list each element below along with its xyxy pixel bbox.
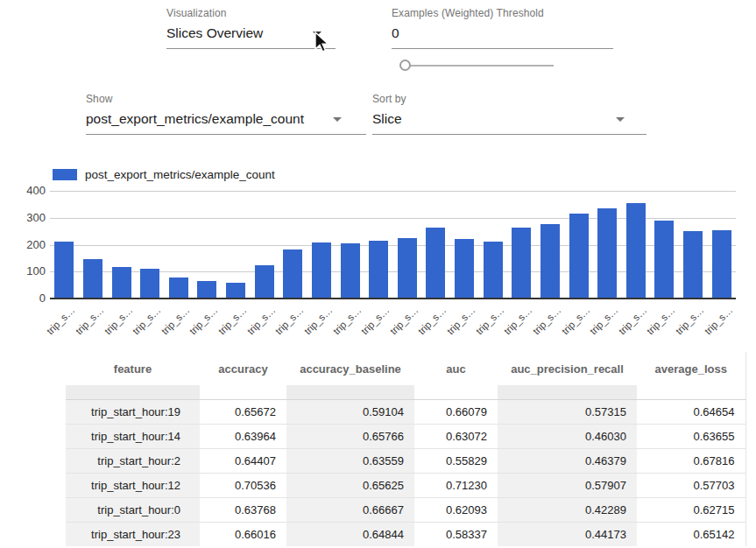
metric-cell: 0.64844 — [286, 522, 414, 546]
threshold-slider[interactable] — [399, 60, 555, 73]
bar[interactable] — [455, 239, 474, 299]
visualization-label: Visualization — [166, 7, 336, 19]
feature-cell: trip_start_hour:12 — [66, 473, 200, 497]
table-row[interactable]: trip_start_hour:00.637680.666670.620930.… — [66, 497, 745, 522]
feature-cell: trip_start_hour:23 — [66, 522, 200, 546]
bar[interactable] — [140, 269, 159, 299]
bar[interactable] — [626, 203, 646, 299]
bar[interactable] — [484, 242, 503, 299]
threshold-label: Examples (Weighted) Threshold — [392, 7, 613, 19]
metric-cell: 0.64407 — [200, 448, 286, 473]
column-header[interactable]: average_loss — [637, 352, 745, 385]
legend-text: post_export_metrics/example_count — [85, 168, 275, 181]
column-header[interactable]: auc_precision_recall — [498, 352, 637, 385]
y-tick-label: 0 — [16, 292, 46, 305]
filter-cell — [498, 385, 637, 399]
threshold-field[interactable]: Examples (Weighted) Threshold 0 — [392, 7, 613, 49]
metric-cell: 0.44173 — [498, 522, 637, 546]
mouse-cursor-icon — [313, 32, 330, 54]
metric-cell: 0.63072 — [414, 424, 498, 448]
bar[interactable] — [169, 278, 188, 299]
show-label: Show — [86, 93, 366, 105]
metric-cell: 0.57315 — [498, 399, 637, 424]
column-header[interactable]: accuracy — [200, 352, 286, 385]
bar[interactable] — [312, 242, 331, 299]
metric-cell: 0.58337 — [414, 522, 498, 546]
feature-cell: trip_start_hour:0 — [66, 497, 200, 522]
y-tick-label: 300 — [16, 211, 46, 224]
show-dropdown[interactable]: Show post_export_metrics/example_count — [86, 93, 366, 135]
legend-swatch — [53, 169, 77, 180]
metric-cell: 0.46030 — [498, 424, 637, 448]
gridline — [50, 191, 736, 192]
metric-cell: 0.62093 — [414, 497, 498, 522]
metric-cell: 0.66667 — [286, 497, 414, 522]
chart-legend: post_export_metrics/example_count — [53, 166, 275, 179]
filter-cell — [414, 385, 498, 399]
y-tick-label: 100 — [16, 264, 46, 278]
bar[interactable] — [512, 228, 531, 299]
filter-cell — [66, 385, 200, 399]
metric-cell: 0.63964 — [200, 424, 286, 448]
sortby-dropdown[interactable]: Sort by Slice — [372, 93, 646, 135]
metric-cell: 0.63768 — [200, 497, 286, 522]
gridline — [50, 298, 736, 299]
column-header[interactable]: accuracy_baseline — [286, 352, 414, 385]
y-tick-label: 200 — [16, 238, 46, 251]
metric-cell: 0.65625 — [286, 473, 414, 497]
metric-cell: 0.71230 — [414, 473, 498, 497]
metric-cell: 0.66016 — [200, 522, 286, 546]
metric-cell: 0.65672 — [200, 399, 286, 424]
bar[interactable] — [283, 249, 302, 299]
metric-cell: 0.62715 — [637, 497, 745, 522]
bar[interactable] — [683, 231, 703, 299]
bar[interactable] — [541, 224, 560, 299]
metric-cell: 0.57703 — [637, 473, 745, 497]
bar[interactable] — [112, 267, 131, 299]
metrics-table: featureaccuracyaccuracy_baselineaucauc_p… — [66, 352, 746, 546]
feature-cell: trip_start_hour:14 — [66, 424, 200, 448]
metric-cell: 0.63559 — [286, 448, 414, 473]
bar[interactable] — [426, 228, 445, 299]
metric-cell: 0.55829 — [414, 448, 498, 473]
bar[interactable] — [83, 259, 102, 299]
bar[interactable] — [597, 208, 617, 299]
bar[interactable] — [398, 238, 417, 299]
table-row[interactable]: trip_start_hour:230.660160.648440.583370… — [66, 522, 745, 546]
metric-cell: 0.63655 — [637, 424, 745, 448]
slider-handle[interactable] — [399, 60, 411, 71]
filter-cell — [637, 385, 745, 399]
column-header[interactable]: feature — [66, 352, 200, 385]
bar[interactable] — [569, 214, 589, 299]
sortby-value: Slice — [372, 111, 402, 126]
bar[interactable] — [369, 241, 388, 299]
threshold-input[interactable]: 0 — [392, 25, 613, 49]
column-header[interactable]: auc — [414, 352, 498, 385]
bar[interactable] — [712, 230, 731, 299]
metric-cell: 0.65766 — [286, 424, 414, 448]
bar[interactable] — [54, 242, 74, 299]
bar[interactable] — [654, 221, 674, 299]
bar[interactable] — [197, 281, 216, 299]
bar[interactable] — [255, 265, 274, 299]
feature-cell: trip_start_hour:2 — [66, 448, 200, 473]
metric-cell: 0.70536 — [200, 473, 286, 497]
chevron-down-icon[interactable] — [333, 117, 342, 122]
filter-cell — [286, 385, 414, 399]
visualization-value: Slices Overview — [166, 25, 263, 40]
table-row[interactable]: trip_start_hour:20.644070.635590.558290.… — [66, 448, 745, 473]
bar[interactable] — [341, 243, 360, 299]
slicing-metrics-browser: Visualization Slices Overview Examples (… — [0, 0, 756, 548]
table-row[interactable]: trip_start_hour:120.705360.656250.712300… — [66, 473, 745, 497]
metric-cell: 0.57907 — [498, 473, 637, 497]
table-row[interactable]: trip_start_hour:190.656720.591040.660790… — [66, 399, 745, 424]
filter-cell — [200, 385, 286, 399]
table-row[interactable]: trip_start_hour:140.639640.657660.630720… — [66, 424, 745, 448]
bar[interactable] — [226, 283, 245, 299]
metric-cell: 0.46379 — [498, 448, 637, 473]
metric-cell: 0.64654 — [637, 399, 745, 424]
chevron-down-icon[interactable] — [616, 117, 625, 122]
visualization-dropdown[interactable]: Visualization Slices Overview — [166, 7, 336, 49]
slider-track[interactable] — [406, 65, 554, 67]
metric-cell: 0.42289 — [498, 497, 637, 522]
